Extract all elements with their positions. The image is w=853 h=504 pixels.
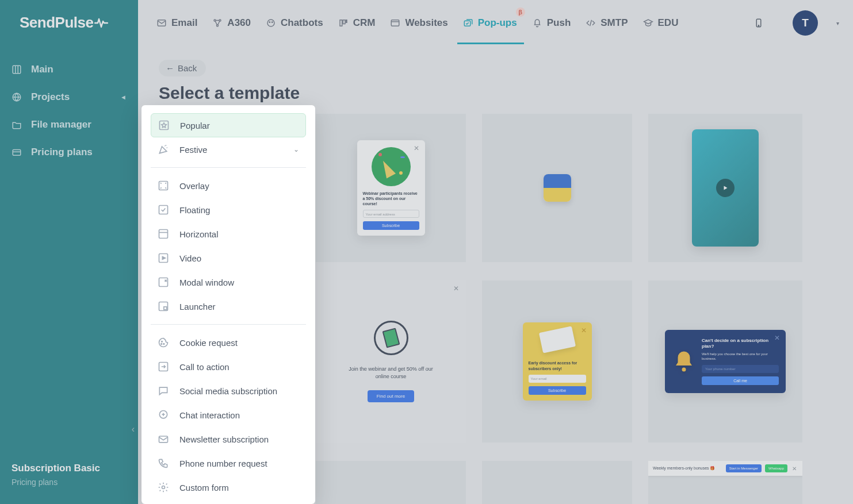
category-call-to-action[interactable]: Call to action bbox=[151, 355, 306, 379]
category-horizontal[interactable]: Horizontal bbox=[151, 222, 306, 246]
logo-pulse-icon bbox=[94, 17, 108, 29]
topnav-label: EDU bbox=[658, 17, 679, 29]
bell-icon bbox=[532, 18, 542, 28]
category-label: Modal window bbox=[179, 278, 234, 287]
topnav-label: Pop-ups bbox=[478, 17, 517, 29]
svg-rect-0 bbox=[13, 66, 21, 74]
category-label: Popular bbox=[180, 121, 210, 130]
template-card[interactable] bbox=[648, 114, 802, 262]
topnav-push[interactable]: Push bbox=[532, 2, 571, 44]
category-phone-number-request[interactable]: Phone number request bbox=[151, 451, 306, 475]
logo[interactable]: SendPulse bbox=[0, 0, 138, 49]
play-box-icon bbox=[158, 252, 169, 264]
category-dropdown: Popular Festive ⌄ Overlay Floating Horiz… bbox=[141, 105, 315, 504]
template-card[interactable] bbox=[482, 114, 632, 262]
template-card[interactable]: ✕ Early discount access for subscribers … bbox=[482, 280, 632, 443]
close-icon: ✕ bbox=[453, 285, 460, 292]
category-festive[interactable]: Festive ⌄ bbox=[151, 137, 306, 161]
corner-icon bbox=[158, 301, 169, 312]
template-card[interactable]: Weekly members-only bonuses 🎁 Start in M… bbox=[648, 461, 802, 504]
svg-rect-10 bbox=[340, 20, 342, 26]
topnav-label: Push bbox=[547, 17, 571, 29]
topnav-email[interactable]: Email bbox=[156, 2, 197, 44]
envelope-icon bbox=[158, 433, 169, 445]
sidebar: SendPulse Main Projects ◄ File manager P… bbox=[0, 0, 138, 504]
category-modal-window[interactable]: Modal window bbox=[151, 270, 306, 294]
svg-point-4 bbox=[214, 20, 216, 21]
sidebar-item-file-manager[interactable]: File manager bbox=[0, 111, 138, 138]
check-box-icon bbox=[158, 204, 169, 216]
category-newsletter-subscription[interactable]: Newsletter subscription bbox=[151, 427, 306, 451]
topnav-smtp[interactable]: SMTP bbox=[586, 2, 628, 44]
topnav-crm[interactable]: CRM bbox=[338, 2, 376, 44]
template-preview: ✕ Early discount access for subscribers … bbox=[523, 322, 592, 400]
category-chat-interaction[interactable]: Chat interaction bbox=[151, 403, 306, 427]
topnav-a360[interactable]: A360 bbox=[212, 2, 251, 44]
svg-point-7 bbox=[267, 20, 274, 26]
template-card[interactable] bbox=[316, 461, 466, 504]
window-close-icon bbox=[158, 276, 169, 288]
arrow-box-icon bbox=[158, 361, 169, 372]
back-button[interactable]: ← Back bbox=[159, 60, 206, 76]
category-launcher[interactable]: Launcher bbox=[151, 294, 306, 318]
kanban-icon bbox=[338, 18, 349, 28]
template-preview: ✕ Can't decide on a subscription plan? W… bbox=[665, 330, 786, 393]
close-icon: ✕ bbox=[414, 145, 420, 152]
mobile-icon[interactable] bbox=[753, 17, 764, 29]
category-cookie-request[interactable]: Cookie request bbox=[151, 330, 306, 355]
svg-rect-12 bbox=[346, 20, 347, 23]
nodes-icon bbox=[212, 18, 223, 28]
svg-point-5 bbox=[219, 20, 221, 21]
category-custom-form[interactable]: Custom form bbox=[151, 475, 306, 499]
code-icon bbox=[586, 18, 596, 28]
topnav-chatbots[interactable]: Chatbots bbox=[266, 2, 323, 44]
svg-point-9 bbox=[272, 22, 273, 23]
divider bbox=[151, 324, 306, 325]
sidebar-item-main[interactable]: Main bbox=[0, 56, 138, 83]
svg-point-6 bbox=[217, 25, 219, 26]
phone-icon bbox=[158, 457, 169, 469]
avatar[interactable]: T bbox=[793, 10, 818, 36]
sidebar-nav: Main Projects ◄ File manager Pricing pla… bbox=[0, 49, 138, 463]
close-icon: ✕ bbox=[774, 334, 781, 341]
template-card[interactable]: ✕ Join the webinar and get 50% off our o… bbox=[316, 280, 466, 443]
sidebar-item-label: Pricing plans bbox=[31, 147, 93, 158]
play-icon bbox=[716, 179, 735, 197]
sidebar-item-projects[interactable]: Projects ◄ bbox=[0, 83, 138, 111]
svg-rect-11 bbox=[343, 20, 345, 24]
chat-plus-icon bbox=[158, 409, 169, 421]
page-title: Select a template bbox=[159, 83, 830, 103]
sidebar-item-label: File manager bbox=[31, 119, 91, 130]
category-video[interactable]: Video bbox=[151, 246, 306, 270]
svg-point-26 bbox=[162, 341, 163, 343]
template-card[interactable]: ✕ Webinar participants receive a 50% dis… bbox=[316, 114, 466, 262]
category-popular[interactable]: Popular bbox=[151, 113, 306, 137]
category-label: Phone number request bbox=[179, 459, 267, 468]
topnav-label: SMTP bbox=[600, 17, 628, 29]
template-grid: ✕ Webinar participants receive a 50% dis… bbox=[316, 114, 802, 504]
category-overlay[interactable]: Overlay bbox=[151, 174, 306, 198]
svg-rect-25 bbox=[164, 307, 167, 310]
svg-point-17 bbox=[682, 368, 686, 372]
template-card[interactable]: ✕ Can't decide on a subscription plan? W… bbox=[648, 280, 802, 443]
card-icon bbox=[12, 147, 22, 157]
category-floating[interactable]: Floating bbox=[151, 198, 306, 222]
category-label: Newsletter subscription bbox=[179, 434, 269, 444]
subscription-link[interactable]: Pricing plans bbox=[12, 478, 127, 487]
bell-icon bbox=[672, 349, 696, 374]
template-preview: Weekly members-only bonuses 🎁 Start in M… bbox=[648, 461, 802, 476]
topnav-popups[interactable]: Pop-ups β bbox=[463, 2, 517, 44]
topnav-edu[interactable]: EDU bbox=[643, 2, 679, 44]
category-label: Chat interaction bbox=[179, 410, 240, 420]
svg-point-8 bbox=[269, 22, 270, 23]
template-card[interactable] bbox=[482, 461, 632, 504]
svg-point-32 bbox=[162, 486, 165, 489]
browser-icon bbox=[390, 18, 400, 28]
brand-name: SendPulse bbox=[20, 14, 93, 32]
chevron-down-icon[interactable]: ▾ bbox=[836, 20, 839, 26]
sidebar-collapse-toggle[interactable]: ‹ bbox=[132, 424, 135, 434]
sidebar-item-pricing-plans[interactable]: Pricing plans bbox=[0, 138, 138, 166]
topnav-websites[interactable]: Websites bbox=[390, 2, 447, 44]
category-label: Cookie request bbox=[179, 338, 238, 348]
category-social-media-subscription[interactable]: Social media subscription bbox=[151, 379, 306, 403]
